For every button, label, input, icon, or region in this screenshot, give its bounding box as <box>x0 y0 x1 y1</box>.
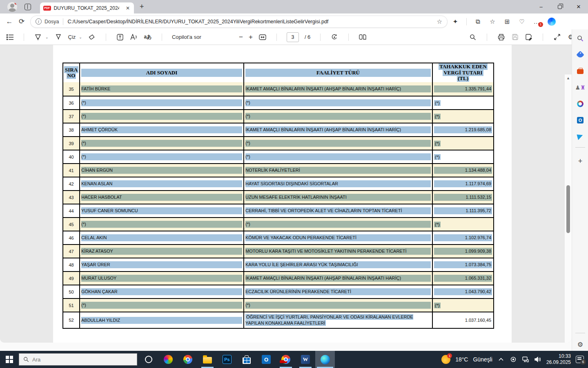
taskbar-file-explorer-icon[interactable] <box>198 351 217 368</box>
screen: PDF DUYURU_TOKAT_2025_2024YiliVe ✕ + – ✕… <box>0 0 588 368</box>
weather-condition-label[interactable]: Güneşli <box>473 356 492 363</box>
taskbar-search-box[interactable] <box>19 353 137 366</box>
highlighter-dropdown-icon[interactable]: ⌄ <box>45 35 49 39</box>
table-row: 46CELAL AKINKÖMÜR VE YAKACAK ODUN PERAKE… <box>63 231 493 244</box>
update-badge: 1 <box>538 22 543 27</box>
cell-vergi-tutari: (*) <box>434 101 492 105</box>
table-of-contents-icon[interactable] <box>6 33 14 41</box>
cell-vergi-tutari: 1.335.791,44 <box>434 85 492 92</box>
translate-icon[interactable]: aあ <box>144 33 152 41</box>
start-button[interactable] <box>0 351 19 368</box>
taskbar-store-icon[interactable] <box>237 351 256 368</box>
table-row: 42KENAN ASLANHAYAT SİGORTASI DIŞINDAKİ S… <box>63 177 493 190</box>
address-bar[interactable]: i Dosya C:/Users/Casper/Desktop/İNDİRİLE… <box>30 16 448 28</box>
cell-sira-no: 40 <box>69 155 74 159</box>
save-icon <box>511 33 519 41</box>
taskbar-word-icon[interactable]: W <box>296 351 315 368</box>
settings-more-icon[interactable]: …1 <box>533 18 540 25</box>
table-row: 48YAŞAR ÜRERKARA YOLU İLE ŞEHİRLER ARASI… <box>63 258 493 271</box>
meet-now-icon[interactable] <box>510 356 517 363</box>
sidebar-microsoft365-icon[interactable] <box>576 100 584 108</box>
cell-faaliyet-turu: İKAMET AMAÇLI BİNALARIN İNŞAATI (AHŞAP B… <box>245 126 431 133</box>
cell-vergi-tutari: (*) <box>434 303 492 308</box>
cell-vergi-tutari: 1.111.395,72 <box>434 207 492 214</box>
save-as-icon[interactable] <box>525 33 533 41</box>
sidebar-search-icon[interactable] <box>576 34 584 43</box>
read-aloud-icon[interactable] <box>130 33 138 41</box>
sidebar-tools-icon[interactable] <box>576 67 584 76</box>
copilot-icon[interactable] <box>548 18 556 26</box>
fit-to-width-icon[interactable] <box>258 33 267 41</box>
scroll-up-icon[interactable]: ▲ <box>566 76 570 81</box>
rotate-icon[interactable] <box>330 33 339 41</box>
favorite-star-icon[interactable]: ☆ <box>437 18 442 25</box>
extensions-icon[interactable]: ✦ <box>452 18 459 25</box>
taskbar-copilot-icon[interactable] <box>158 351 178 368</box>
sidebar-settings-gear-icon[interactable]: ⚙ <box>576 340 584 348</box>
ask-copilot-button[interactable]: Copilot'a sor <box>172 34 201 40</box>
temperature-label[interactable]: 18°C <box>455 356 468 363</box>
draw-label[interactable]: Çiz <box>68 34 76 40</box>
taskbar-search-input[interactable] <box>32 357 122 363</box>
search-document-icon[interactable] <box>469 33 477 41</box>
sidebar-add-icon[interactable]: + <box>576 157 584 165</box>
taskbar-chrome-profile-icon[interactable] <box>276 351 296 368</box>
notification-center-icon[interactable]: 6 <box>576 356 584 363</box>
weather-sun-icon[interactable]: 1 <box>441 355 450 364</box>
split-screen-icon[interactable]: ⧉ <box>474 18 481 25</box>
add-text-icon[interactable] <box>116 33 124 41</box>
draw-pen-icon[interactable] <box>54 33 62 41</box>
taskbar-edge-icon[interactable] <box>315 351 335 368</box>
taskbar-outlook-icon[interactable]: O <box>256 351 276 368</box>
cell-sira-no: 46 <box>69 236 74 240</box>
sidebar-outlook-icon[interactable]: O <box>576 116 584 124</box>
cell-vergi-tutari: 1.037.160,45 <box>434 317 492 324</box>
taskbar-cortana-icon[interactable] <box>139 351 158 368</box>
eraser-icon[interactable] <box>88 33 96 41</box>
print-icon[interactable] <box>497 33 505 41</box>
tray-chevron-up-icon[interactable] <box>497 356 505 363</box>
taskbar-chrome-icon[interactable] <box>178 351 198 368</box>
favorites-icon[interactable]: ☆ <box>489 18 496 25</box>
cell-faaliyet-turu: İKAMET AMAÇLI BİNALARIN İNŞAATI (AHŞAP B… <box>245 275 431 282</box>
active-tab[interactable]: PDF DUYURU_TOKAT_2025_2024YiliVe ✕ <box>40 2 134 13</box>
page-info-icon[interactable]: i <box>36 18 42 25</box>
url-text[interactable]: C:/Users/Casper/Desktop/İNDİRİLENLER/DUY… <box>67 19 433 25</box>
tab-close-icon[interactable]: ✕ <box>125 5 131 11</box>
tab-actions-menu-icon[interactable] <box>24 4 31 10</box>
cell-adi-soyadi: ABDULLAH YILDIZ <box>81 317 242 324</box>
refresh-icon[interactable]: ⟳ <box>16 17 28 26</box>
draw-dropdown-icon[interactable]: ⌄ <box>79 35 82 39</box>
page-view-icon[interactable] <box>359 33 367 41</box>
cell-adi-soyadi: (*) <box>81 221 242 228</box>
network-icon[interactable] <box>522 356 529 363</box>
cell-adi-soyadi: KİRAZ ATASOY <box>81 248 242 255</box>
zoom-in-icon[interactable]: + <box>249 33 253 41</box>
restore-button[interactable] <box>550 0 569 13</box>
cell-faaliyet-turu: KÖMÜR VE YAKACAK ODUN PERAKENDE TİCARETİ <box>245 234 431 241</box>
windows-logo-icon <box>6 356 13 363</box>
back-icon[interactable]: ← <box>3 18 16 26</box>
clock[interactable]: 10:33 26.09.2025 <box>546 353 571 366</box>
minimize-button[interactable]: – <box>532 0 550 13</box>
highlighter-icon[interactable] <box>34 33 42 41</box>
volume-icon[interactable] <box>534 356 541 363</box>
pdf-viewer: SIRA NO ADI SOYADI FAALİYET TÜRÜ TAHAKKU… <box>0 45 572 343</box>
close-button[interactable]: ✕ <box>569 0 588 13</box>
zoom-out-icon[interactable]: − <box>239 33 243 41</box>
scrollbar-thumb[interactable] <box>566 185 570 233</box>
new-tab-button[interactable]: + <box>140 2 144 11</box>
cell-faaliyet-turu: MOTORLU KARA TAŞITI VE MOTOSİKLET YAKITI… <box>245 248 431 255</box>
fullscreen-icon[interactable] <box>553 33 561 41</box>
sidebar-games-icon[interactable]: ♟♜ <box>576 83 584 92</box>
cell-faaliyet-turu: (*) <box>245 99 431 106</box>
sidebar-shopping-icon[interactable] <box>576 51 584 59</box>
pdf-scrollbar[interactable]: ▲ ▼ <box>565 74 572 343</box>
cell-faaliyet-turu: (*) <box>245 302 431 309</box>
taskbar-photoshop-icon[interactable]: Ps <box>217 351 237 368</box>
sidebar-drop-icon[interactable] <box>576 132 584 141</box>
collections-icon[interactable]: ⊞ <box>503 18 511 25</box>
profile-avatar[interactable] <box>7 2 17 12</box>
browser-essentials-icon[interactable]: ♡ <box>518 18 526 25</box>
page-number-input[interactable] <box>287 32 299 42</box>
